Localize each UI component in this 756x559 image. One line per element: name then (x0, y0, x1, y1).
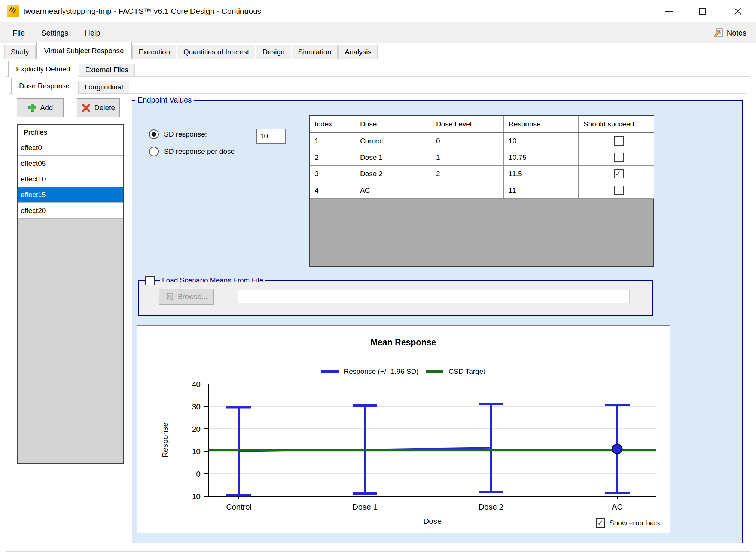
cell-response-row-1[interactable]: 10 (504, 133, 579, 149)
legend-csd-label: CSD Target (449, 367, 485, 376)
close-button[interactable] (725, 0, 751, 22)
endpoint-row-3: 3Dose 2211.5✓ (310, 166, 654, 182)
endpoint-table: IndexDoseDose LevelResponseShould succee… (309, 115, 654, 267)
notes-icon (713, 28, 724, 38)
y-tick-label-20: 20 (192, 425, 201, 433)
notes-button[interactable]: Notes (712, 26, 748, 40)
legend-csd-swatch (426, 370, 443, 373)
main-tab-analysis[interactable]: Analysis (338, 45, 378, 59)
load-scenario-group: Load Scenario Means From File Browse... (138, 280, 653, 316)
scenario-file-path-input[interactable] (238, 290, 630, 303)
sub-tab-strip: Explicitly DefinedExternal Files (8, 61, 135, 77)
should-succeed-checkbox-2[interactable] (614, 153, 624, 162)
column-header-should-succeed: Should succeed (579, 116, 654, 133)
plot-area: 403020100-10ControlDose 1Dose 2ACRespons… (137, 326, 670, 534)
menu-file[interactable]: File (4, 22, 33, 43)
should-succeed-checkbox-4[interactable] (614, 186, 624, 195)
cell-index-row-1[interactable]: 1 (310, 133, 355, 149)
profile-row-effect20[interactable]: effect20 (18, 203, 123, 219)
cell-should-succeed-row-3: ✓ (579, 166, 654, 182)
delete-button-label: Delete (94, 104, 115, 112)
sub-tab-external-files[interactable]: External Files (79, 64, 135, 76)
endpoint-row-4: 4AC11 (310, 182, 654, 199)
profile-row-effect0[interactable]: effect0 (18, 140, 123, 156)
cell-dose-row-4[interactable]: AC (355, 182, 431, 199)
endpoint-row-2: 2Dose 1110.75 (310, 149, 654, 166)
sd-response-option[interactable]: SD response: (149, 129, 207, 139)
x-category-label-AC: AC (612, 503, 622, 511)
menu-settings[interactable]: Settings (33, 22, 76, 43)
sd-response-per-dose-radio[interactable] (149, 147, 159, 156)
endpoint-row-1: 1Control010 (310, 133, 654, 149)
legend-response-label: Response (+/- 1.96 SD) (344, 367, 419, 376)
inner-tab-strip: Dose ResponseLongitudinal (11, 78, 130, 94)
should-succeed-checkbox-1[interactable] (614, 136, 624, 146)
cell-dose_level-row-2[interactable]: 1 (431, 149, 504, 166)
cell-response-row-3[interactable]: 11.5 (504, 166, 579, 182)
show-error-bars-label: Show error bars (609, 519, 660, 527)
menu-bar: File Settings Help Notes (0, 22, 756, 43)
add-button[interactable]: Add (17, 98, 64, 117)
main-tab-virtual-subject-response[interactable]: Virtual Subject Response (36, 42, 132, 59)
show-error-bars-checkbox[interactable]: ✓ (596, 518, 605, 528)
minimize-icon (665, 11, 673, 12)
delete-button[interactable]: Delete (77, 98, 120, 117)
x-category-label-Control: Control (226, 503, 252, 511)
main-tab-quantities-of-interest[interactable]: Quantities of Interest (177, 45, 255, 59)
sd-response-label: SD response: (164, 130, 207, 138)
cell-dose-row-3[interactable]: Dose 2 (355, 166, 431, 182)
notes-label: Notes (727, 29, 746, 37)
sub-tab-explicitly-defined[interactable]: Explicitly Defined (8, 61, 78, 77)
legend-response-swatch (321, 370, 339, 373)
profile-row-effect05[interactable]: effect05 (18, 156, 123, 171)
minimize-button[interactable] (657, 0, 680, 22)
x-axis-label: Dose (423, 517, 442, 525)
app-icon (7, 5, 19, 17)
menu-help[interactable]: Help (77, 22, 109, 43)
x-category-label-Dose 1: Dose 1 (353, 503, 378, 511)
column-header-response: Response (504, 116, 579, 133)
add-plus-icon (28, 103, 37, 112)
cell-index-row-2[interactable]: 2 (310, 149, 355, 166)
add-button-label: Add (40, 104, 53, 112)
window-title: twoarmearlystopping-tmp - FACTS™ v6.1 Co… (23, 0, 261, 22)
y-axis-label: Response (161, 422, 169, 458)
chart-legend: Response (+/- 1.96 SD) CSD Target (137, 367, 670, 376)
chart-title: Mean Response (137, 337, 670, 348)
main-tab-design[interactable]: Design (256, 45, 291, 59)
cell-dose_level-row-1[interactable]: 0 (431, 133, 504, 149)
sd-response-per-dose-label: SD response per dose (164, 147, 235, 156)
cell-dose-row-2[interactable]: Dose 1 (355, 149, 431, 166)
load-scenario-checkbox[interactable] (145, 276, 155, 285)
column-header-dose-level: Dose Level (431, 116, 504, 133)
cell-dose-row-1[interactable]: Control (355, 133, 431, 149)
cell-index-row-4[interactable]: 4 (310, 182, 355, 199)
sd-response-radio[interactable] (149, 129, 159, 139)
main-tab-simulation[interactable]: Simulation (292, 45, 338, 59)
maximize-icon (699, 8, 706, 15)
inner-tab-longitudinal[interactable]: Longitudinal (78, 81, 129, 94)
inner-tab-dose-response[interactable]: Dose Response (11, 78, 77, 94)
legend-item-response: Response (+/- 1.96 SD) (321, 367, 419, 376)
should-succeed-checkbox-3[interactable]: ✓ (614, 169, 624, 178)
sd-response-input[interactable] (256, 129, 286, 144)
profile-row-effect10[interactable]: effect10 (18, 171, 123, 187)
cell-dose_level-row-4[interactable] (431, 182, 504, 199)
cell-response-row-4[interactable]: 11 (504, 182, 579, 199)
cell-should-succeed-row-2 (579, 149, 654, 166)
cell-dose_level-row-3[interactable]: 2 (431, 166, 504, 182)
profile-row-effect15[interactable]: effect15 (18, 187, 123, 203)
cell-index-row-3[interactable]: 3 (310, 166, 355, 182)
app-window: twoarmearlystopping-tmp - FACTS™ v6.1 Co… (0, 0, 756, 559)
endpoint-values-panel: Endpoint Values SD response: SD response… (132, 100, 743, 543)
main-tab-strip: StudyVirtual Subject ResponseExecutionQu… (4, 42, 378, 59)
y-tick-label--10: -10 (189, 492, 201, 501)
browse-button[interactable]: Browse... (159, 289, 214, 305)
main-tab-study[interactable]: Study (4, 45, 36, 59)
sd-response-per-dose-option[interactable]: SD response per dose (149, 147, 235, 156)
main-tab-execution[interactable]: Execution (132, 45, 176, 59)
ac-marker-dot (612, 444, 622, 454)
maximize-button[interactable] (691, 0, 714, 22)
x-category-label-Dose 2: Dose 2 (479, 503, 504, 511)
cell-response-row-2[interactable]: 10.75 (504, 149, 579, 166)
